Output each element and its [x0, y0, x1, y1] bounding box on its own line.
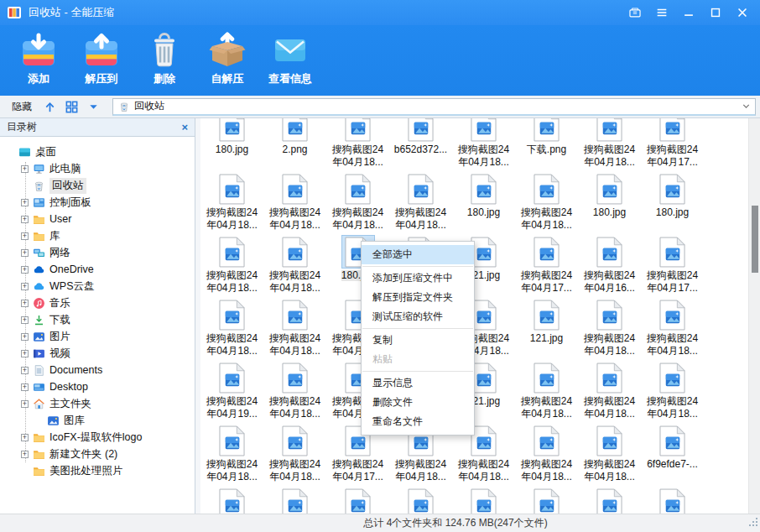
tree-item-recycle-bin[interactable]: 回收站: [0, 177, 195, 194]
minimize-icon[interactable]: [678, 3, 700, 22]
file-item[interactable]: 搜狗截图24年04月18...: [263, 298, 326, 357]
file-item[interactable]: 搜狗截图24年04月18...: [515, 172, 578, 231]
menu-item-显示信息[interactable]: 显示信息: [362, 373, 474, 393]
expand-plus-icon[interactable]: +: [21, 283, 29, 290]
tree-item-desktop-root[interactable]: 桌面: [0, 143, 195, 160]
expand-plus-icon[interactable]: +: [21, 249, 29, 257]
feedback-mail-icon[interactable]: [624, 3, 646, 22]
file-item[interactable]: b652d372...: [389, 118, 452, 157]
menu-item-删除文件[interactable]: 删除文件: [362, 393, 474, 412]
tree-item-pictures[interactable]: +图片: [0, 328, 195, 345]
expand-plus-icon[interactable]: +: [21, 199, 29, 206]
toolbar-delete-button[interactable]: 删除: [138, 29, 191, 90]
file-item[interactable]: 搜狗截图24年04月17...: [641, 118, 704, 168]
expand-plus-icon[interactable]: +: [21, 367, 29, 374]
expand-plus-icon[interactable]: +: [21, 300, 29, 307]
file-item[interactable]: 搜狗截图24年04月18...: [578, 298, 641, 357]
tree-item-user[interactable]: +User: [0, 211, 195, 227]
file-item[interactable]: 搜狗截图24年04月19...: [200, 361, 263, 420]
address-path-input[interactable]: 回收站: [112, 98, 756, 116]
up-level-icon[interactable]: [39, 97, 60, 116]
toolbar-add-button[interactable]: 添加: [12, 29, 65, 90]
expand-plus-icon[interactable]: +: [21, 232, 29, 240]
file-item[interactable]: [641, 487, 704, 514]
file-item[interactable]: 搜狗截图24年04月18...: [263, 424, 326, 482]
toolbar-extract-to-button[interactable]: 解压到: [75, 29, 128, 90]
sidebar-close-icon[interactable]: ×: [181, 122, 188, 133]
tree-item-new-folder[interactable]: +新建文件夹 (2): [0, 446, 195, 462]
file-item[interactable]: 搜狗截图24年04月18...: [263, 235, 326, 294]
file-item[interactable]: 180.jpg: [452, 172, 515, 220]
file-item[interactable]: 180.jpg: [578, 172, 641, 220]
file-item[interactable]: [326, 487, 389, 514]
tree-item-control-panel[interactable]: +控制面板: [0, 194, 195, 211]
tree-item-network[interactable]: +网络: [0, 244, 195, 261]
caret-down-icon[interactable]: [82, 97, 104, 116]
file-item[interactable]: 121.jpg: [515, 298, 578, 346]
menu-item-解压到指定文件夹[interactable]: 解压到指定文件夹: [362, 288, 474, 307]
file-item[interactable]: 搜狗截图24年04月18...: [641, 298, 704, 357]
tree-item-library[interactable]: +库: [0, 227, 195, 244]
file-item[interactable]: 搜狗截图24年04月18...: [452, 118, 515, 168]
tree-item-meitu[interactable]: 美图批处理照片: [0, 462, 195, 479]
expand-plus-icon[interactable]: +: [21, 216, 29, 223]
menu-item-添加到压缩文件中[interactable]: 添加到压缩文件中: [362, 269, 474, 288]
file-item[interactable]: 搜狗截图24年04月18...: [326, 118, 389, 168]
chevron-down-icon[interactable]: [741, 101, 752, 112]
hide-sidebar-button[interactable]: 隐藏: [5, 98, 39, 116]
file-item[interactable]: 搜狗截图24年04月18...: [578, 424, 641, 482]
tree-item-home-folder[interactable]: +主文件夹: [0, 395, 195, 412]
expand-plus-icon[interactable]: +: [21, 316, 29, 324]
file-item[interactable]: [452, 487, 515, 514]
menu-item-复制[interactable]: 复制: [362, 331, 474, 350]
maximize-icon[interactable]: [705, 3, 726, 22]
toolbar-view-info-button[interactable]: 查看信息: [263, 29, 317, 90]
file-item[interactable]: 搜狗截图24年04月18...: [326, 172, 389, 231]
file-item[interactable]: [263, 487, 326, 514]
tree-item-wps-cloud[interactable]: +WPS云盘: [0, 278, 195, 295]
tree-item-gallery[interactable]: 图库: [0, 412, 195, 429]
file-item[interactable]: 搜狗截图24年04月18...: [578, 118, 641, 168]
file-item[interactable]: 搜狗截图24年04月18...: [515, 361, 578, 420]
file-item[interactable]: [578, 487, 641, 514]
menu-icon[interactable]: [651, 3, 673, 22]
expand-plus-icon[interactable]: +: [21, 266, 29, 274]
expand-plus-icon[interactable]: +: [21, 165, 29, 173]
tree-item-onedrive[interactable]: +OneDrive: [0, 261, 195, 278]
file-item[interactable]: 搜狗截图24年04月17...: [515, 235, 578, 294]
file-item[interactable]: 180.jpg: [200, 118, 263, 157]
file-item[interactable]: 180.jpg: [641, 172, 704, 220]
file-item[interactable]: [515, 487, 578, 514]
file-item[interactable]: 搜狗截图24年04月18...: [200, 235, 263, 294]
file-item[interactable]: 搜狗截图24年04月18...: [200, 424, 263, 482]
expand-plus-icon[interactable]: +: [21, 451, 29, 458]
menu-item-重命名文件[interactable]: 重命名文件: [362, 412, 474, 431]
expand-plus-icon[interactable]: +: [21, 333, 29, 341]
expand-plus-icon[interactable]: +: [21, 350, 29, 357]
file-item[interactable]: 下载.png: [515, 118, 578, 157]
file-item[interactable]: 搜狗截图24年04月18...: [515, 424, 578, 482]
toolbar-self-extract-button[interactable]: 自解压: [200, 29, 254, 90]
file-item[interactable]: 6f9efde7-...: [641, 424, 704, 472]
tree-item-downloads[interactable]: +下载: [0, 311, 195, 328]
file-item[interactable]: 搜狗截图24年04月18...: [641, 361, 704, 420]
grid-view-icon[interactable]: [60, 97, 82, 116]
menu-item-全部选中[interactable]: 全部选中: [362, 245, 474, 264]
file-item[interactable]: 搜狗截图24年04月18...: [263, 172, 326, 231]
vertical-scrollbar[interactable]: [748, 118, 760, 514]
file-item[interactable]: 搜狗截图24年04月17...: [641, 235, 704, 294]
close-icon[interactable]: [731, 3, 753, 22]
scrollbar-thumb[interactable]: [752, 206, 758, 273]
file-item[interactable]: 搜狗截图24年04月18...: [578, 361, 641, 420]
tree-item-icofx[interactable]: +IcoFX-提取软件logo: [0, 429, 195, 446]
file-item[interactable]: 搜狗截图24年04月18...: [389, 172, 452, 231]
tree-item-documents[interactable]: +Documents: [0, 362, 195, 378]
tree-item-videos[interactable]: +视频: [0, 345, 195, 362]
resize-grip-icon[interactable]: [748, 518, 758, 530]
expand-plus-icon[interactable]: +: [21, 400, 29, 408]
file-item[interactable]: 搜狗截图24年04月18...: [200, 172, 263, 231]
file-item[interactable]: 搜狗截图24年04月16...: [578, 235, 641, 294]
file-item[interactable]: [389, 487, 452, 514]
tree-item-desktop[interactable]: +Desktop: [0, 378, 195, 395]
tree-item-music[interactable]: +音乐: [0, 295, 195, 311]
